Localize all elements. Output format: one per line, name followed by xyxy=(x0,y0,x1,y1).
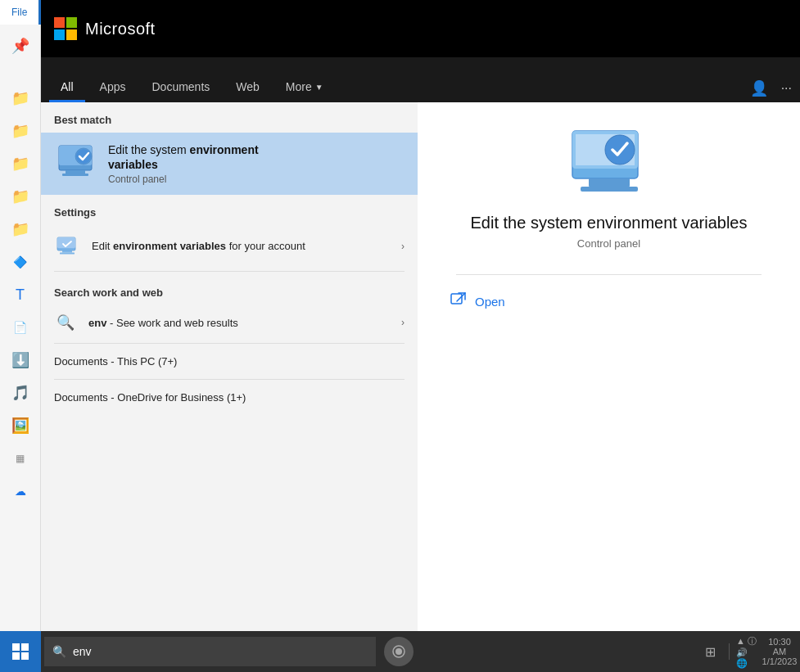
more-options-icon[interactable]: ··· xyxy=(781,81,792,96)
svg-rect-7 xyxy=(62,250,72,253)
taskbar-clock: 10:30 AM1/1/2023 xyxy=(767,639,792,664)
sidebar-download-icon[interactable]: ⬇️ xyxy=(6,345,35,375)
best-match-item[interactable]: Edit the system environmentvariables Con… xyxy=(41,133,418,195)
settings-item-arrow: › xyxy=(401,241,405,252)
search-header-icons: 👤 ··· xyxy=(750,79,792,102)
web-search-text: env - See work and web results xyxy=(88,317,390,329)
best-match-icon xyxy=(54,142,97,185)
svg-rect-8 xyxy=(60,253,75,255)
sidebar-blue-item[interactable]: 🔷 xyxy=(6,247,35,277)
svg-rect-18 xyxy=(12,643,20,651)
best-match-text: Edit the system environmentvariables Con… xyxy=(108,142,259,185)
settings-label: Settings xyxy=(41,195,418,225)
divider-1 xyxy=(54,271,405,272)
sidebar-folder-2[interactable]: 📁 xyxy=(6,116,35,146)
sidebar-onedrive-icon[interactable]: ☁ xyxy=(6,476,35,506)
sidebar-image-icon[interactable]: 🖼️ xyxy=(6,411,35,440)
results-right-panel: Edit the system environment variables Co… xyxy=(418,102,800,631)
sidebar-pin-icon[interactable]: 📌 xyxy=(6,31,35,61)
tab-all[interactable]: All xyxy=(49,74,85,102)
sidebar-folder-1[interactable]: 📁 xyxy=(6,83,35,113)
svg-rect-14 xyxy=(581,187,638,192)
tab-web[interactable]: Web xyxy=(224,74,271,102)
taskbar-tray[interactable]: ▲ ⓘ 🔊 🌐 xyxy=(736,639,761,664)
settings-section: Settings Edit environment variables for … xyxy=(41,195,418,268)
taskbar: 🔍 ⊞ ▲ ⓘ 🔊 🌐 10:30 AM1/1/2023 xyxy=(0,631,800,672)
svg-point-5 xyxy=(76,149,91,164)
chevron-down-icon: ▼ xyxy=(315,83,323,92)
detail-subtitle: Control panel xyxy=(577,237,640,250)
svg-rect-2 xyxy=(66,170,85,174)
web-search-item[interactable]: 🔍 env - See work and web results › xyxy=(41,305,418,340)
tab-documents[interactable]: Documents xyxy=(140,74,221,102)
ms-header: Microsoft xyxy=(41,0,800,57)
search-tabs: All Apps Documents Web More ▼ 👤 ··· xyxy=(41,57,800,102)
person-icon[interactable]: 👤 xyxy=(750,79,768,97)
svg-rect-20 xyxy=(12,652,20,660)
tab-more[interactable]: More ▼ xyxy=(274,74,335,102)
best-match-label: Best match xyxy=(41,102,418,133)
settings-monitor-icon xyxy=(54,233,80,259)
detail-divider xyxy=(456,274,762,275)
monitor-checkmark-icon xyxy=(54,144,97,183)
taskbar-icons: ⊞ ▲ ⓘ 🔊 🌐 10:30 AM1/1/2023 xyxy=(698,639,800,664)
tab-apps[interactable]: Apps xyxy=(88,74,138,102)
cortana-button[interactable] xyxy=(384,637,414,666)
search-overlay: Microsoft All Apps Documents Web More ▼ … xyxy=(41,0,800,672)
sidebar-doc-icon[interactable]: 📄 xyxy=(6,313,35,342)
results-left-panel: Best match Edit the xyxy=(41,102,418,631)
svg-rect-3 xyxy=(62,174,88,176)
sidebar-video-icon[interactable]: ▦ xyxy=(6,444,35,473)
svg-rect-19 xyxy=(21,643,29,651)
web-search-section: Search work and web 🔍 env - See work and… xyxy=(41,275,418,340)
settings-item-env-vars[interactable]: Edit environment variables for your acco… xyxy=(41,225,418,268)
divider-3 xyxy=(54,379,405,380)
search-icon: 🔍 xyxy=(54,313,77,331)
sidebar-folder-4[interactable]: 📁 xyxy=(6,182,35,211)
ribbon-tab-file[interactable]: File xyxy=(0,0,38,25)
best-match-title: Edit the system environmentvariables xyxy=(108,142,259,172)
sidebar-folder-5[interactable]: 📁 xyxy=(6,214,35,244)
open-icon xyxy=(450,291,467,312)
svg-rect-13 xyxy=(589,178,630,187)
ms-logo-text: Microsoft xyxy=(85,20,156,38)
web-search-label: Search work and web xyxy=(41,275,418,305)
web-search-arrow: › xyxy=(401,317,405,328)
search-input-area[interactable]: 🔍 xyxy=(44,637,376,666)
open-button[interactable]: Open xyxy=(450,291,505,312)
divider-2 xyxy=(54,343,405,344)
open-label: Open xyxy=(475,295,505,309)
sidebar-folder-3[interactable]: 📁 xyxy=(6,149,35,178)
sidebar-item-t[interactable]: T xyxy=(6,280,35,309)
search-input[interactable] xyxy=(73,645,351,658)
detail-app-icon xyxy=(564,127,654,201)
ms-logo-grid xyxy=(54,17,77,40)
sidebar-music-icon[interactable]: 🎵 xyxy=(6,378,35,408)
docs-this-pc-item[interactable]: Documents - This PC (7+) xyxy=(41,347,418,376)
settings-item-text: Edit environment variables for your acco… xyxy=(92,239,390,254)
docs-onedrive-item[interactable]: Documents - OneDrive for Business (1+) xyxy=(41,383,418,412)
taskbar-search-icon: 🔍 xyxy=(52,645,66,658)
svg-rect-21 xyxy=(21,652,29,660)
svg-point-23 xyxy=(395,648,402,655)
ms-logo: Microsoft xyxy=(54,17,156,40)
detail-title: Edit the system environment variables xyxy=(471,214,748,232)
sidebar: 📌 📁 📁 📁 📁 📁 🔷 T 📄 ⬇️ 🎵 🖼️ ▦ ☁ xyxy=(0,25,41,672)
start-button[interactable] xyxy=(0,631,41,672)
taskbar-icon-1[interactable]: ⊞ xyxy=(698,639,722,664)
search-results: Best match Edit the xyxy=(41,102,800,631)
best-match-subtitle: Control panel xyxy=(108,174,259,185)
